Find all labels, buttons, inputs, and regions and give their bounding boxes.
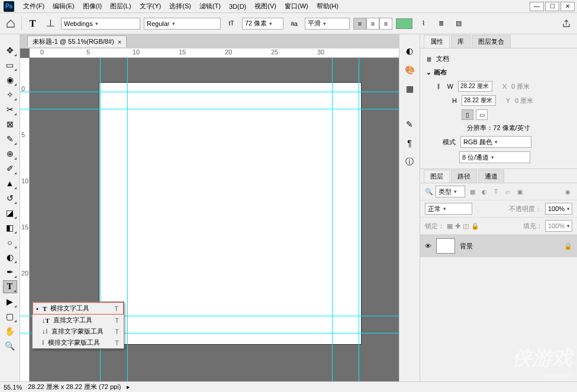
- menu-window[interactable]: 窗口(W): [281, 2, 312, 11]
- crop-tool[interactable]: ✂: [3, 103, 17, 116]
- align-right-button[interactable]: ≡: [379, 18, 392, 30]
- orientation-portrait[interactable]: ▯: [462, 109, 473, 120]
- share-icon[interactable]: [559, 17, 573, 31]
- minimize-button[interactable]: —: [530, 2, 544, 11]
- color-icon[interactable]: 🎨: [404, 64, 415, 76]
- align-center-button[interactable]: ≡: [366, 18, 379, 30]
- tab-libraries[interactable]: 库: [451, 35, 470, 48]
- menu-select[interactable]: 选择(S): [165, 2, 195, 11]
- artboard[interactable]: [99, 83, 361, 344]
- brushes-icon[interactable]: ✎: [404, 118, 415, 130]
- fill-input[interactable]: 100%: [545, 220, 572, 232]
- tab-channels[interactable]: 通道: [478, 170, 504, 183]
- menu-view[interactable]: 视图(V): [250, 2, 281, 11]
- menu-help[interactable]: 帮助(H): [312, 2, 343, 11]
- type-tool-icon[interactable]: T: [25, 17, 40, 31]
- anti-alias-select[interactable]: 平滑: [305, 18, 350, 30]
- document-tab[interactable]: 未标题-1 @ 55.1%(RGB/8#) ×: [27, 35, 127, 47]
- text-color-swatch[interactable]: [396, 18, 412, 29]
- filter-shape-icon[interactable]: ▱: [503, 187, 512, 196]
- font-family-select[interactable]: Webdings: [61, 18, 140, 30]
- orientation-toggle-icon[interactable]: 丄: [43, 17, 57, 31]
- tab-paths[interactable]: 路径: [451, 170, 477, 183]
- swatches-icon[interactable]: ▦: [404, 83, 415, 95]
- shape-tool[interactable]: ▢: [3, 310, 17, 323]
- layer-name[interactable]: 背景: [460, 242, 473, 251]
- filter-toggle-icon[interactable]: ◉: [563, 187, 572, 196]
- flyout-vertical-type[interactable]: ↓T直排文字工具T: [33, 315, 124, 326]
- layer-thumbnail[interactable]: [436, 238, 455, 254]
- menu-image[interactable]: 图像(I): [79, 2, 106, 11]
- menu-filter[interactable]: 滤镜(T): [195, 2, 225, 11]
- search-icon[interactable]: 🔍: [425, 188, 433, 196]
- gradient-tool[interactable]: ◧: [3, 221, 17, 234]
- eyedropper-tool[interactable]: ✎: [3, 132, 17, 145]
- menu-file[interactable]: 文件(F): [19, 2, 49, 11]
- zoom-level[interactable]: 55.1%: [4, 384, 22, 391]
- filter-type-icon[interactable]: T: [491, 187, 501, 196]
- lasso-tool[interactable]: ◉: [3, 73, 17, 86]
- pen-tool[interactable]: ✒: [3, 265, 17, 278]
- stamp-tool[interactable]: ▲: [3, 177, 17, 190]
- home-icon[interactable]: [4, 17, 18, 31]
- char-panel-icon[interactable]: ≣: [434, 17, 448, 31]
- link-icon[interactable]: 𝄃: [438, 83, 439, 90]
- tab-layers[interactable]: 图层: [424, 170, 450, 183]
- flyout-horizontal-type[interactable]: •T横排文字工具T: [33, 302, 124, 315]
- 3d-icon[interactable]: ▧: [452, 17, 466, 31]
- type-tool[interactable]: T: [3, 280, 17, 293]
- menu-edit[interactable]: 编辑(E): [49, 2, 79, 11]
- lock-artboard-icon[interactable]: ◫: [463, 222, 469, 230]
- healing-tool[interactable]: ⊕: [3, 147, 17, 160]
- info-icon[interactable]: ⓘ: [404, 156, 415, 168]
- history-brush-tool[interactable]: ↺: [3, 192, 17, 205]
- layer-item-background[interactable]: 👁 背景 🔒: [420, 235, 577, 257]
- tab-layer-comp[interactable]: 图层复合: [472, 35, 511, 48]
- dodge-tool[interactable]: ◐: [3, 251, 17, 264]
- font-style-select[interactable]: Regular: [144, 18, 221, 30]
- paragraph-icon[interactable]: ¶: [404, 137, 415, 149]
- blur-tool[interactable]: ○: [3, 236, 17, 249]
- zoom-tool[interactable]: 🔍: [3, 339, 17, 352]
- menu-type[interactable]: 文字(Y): [136, 2, 166, 11]
- width-input[interactable]: [458, 81, 492, 92]
- lock-pixels-icon[interactable]: ▦: [447, 222, 453, 230]
- font-size-select[interactable]: 72 像素: [242, 18, 283, 30]
- move-tool[interactable]: ✥: [3, 44, 17, 57]
- frame-tool[interactable]: ⊠: [3, 118, 17, 131]
- tab-properties[interactable]: 属性: [424, 35, 450, 48]
- color-mode-select[interactable]: RGB 颜色: [460, 136, 531, 148]
- close-button[interactable]: ✕: [560, 2, 575, 11]
- bit-depth-select[interactable]: 8 位/通道: [459, 151, 530, 163]
- guide-horizontal[interactable]: [20, 109, 399, 109]
- hand-tool[interactable]: ✋: [3, 325, 17, 338]
- filter-pixel-icon[interactable]: ▦: [468, 187, 477, 196]
- filter-smart-icon[interactable]: ▣: [515, 187, 524, 196]
- flyout-vertical-mask-type[interactable]: ↓⁞直排文字蒙版工具T: [33, 326, 124, 337]
- flyout-horizontal-mask-type[interactable]: ⁞横排文字蒙版工具T: [33, 337, 124, 348]
- guide-horizontal[interactable]: [20, 92, 399, 92]
- filter-adjust-icon[interactable]: ◐: [479, 187, 489, 196]
- menu-layer[interactable]: 图层(L): [106, 2, 135, 11]
- horizontal-ruler[interactable]: 0 5 10 15 20 25 30: [30, 48, 399, 58]
- lock-all-icon[interactable]: 🔒: [471, 222, 479, 230]
- maximize-button[interactable]: ☐: [545, 2, 559, 11]
- adjustments-icon[interactable]: ◐: [404, 45, 415, 57]
- lock-position-icon[interactable]: ✚: [455, 222, 460, 230]
- magic-wand-tool[interactable]: ✧: [3, 88, 17, 101]
- warp-text-icon[interactable]: ⌇: [416, 17, 430, 31]
- height-input[interactable]: [462, 95, 496, 106]
- opacity-input[interactable]: 100%: [545, 203, 572, 215]
- align-left-button[interactable]: ≡: [353, 18, 366, 30]
- orientation-landscape[interactable]: ▭: [476, 109, 488, 120]
- visibility-icon[interactable]: 👁: [425, 242, 431, 250]
- path-select-tool[interactable]: ▶: [3, 295, 17, 308]
- marquee-tool[interactable]: ▭: [3, 59, 17, 72]
- collapse-icon[interactable]: ⌄: [426, 69, 431, 76]
- menu-3d[interactable]: 3D(D): [225, 3, 250, 10]
- doc-dimensions[interactable]: 28.22 厘米 x 28.22 厘米 (72 ppi): [28, 383, 121, 391]
- filter-type-select[interactable]: 类型: [436, 186, 465, 197]
- status-arrow-icon[interactable]: ▸: [127, 383, 130, 391]
- close-tab-icon[interactable]: ×: [118, 38, 121, 46]
- brush-tool[interactable]: ✐: [3, 162, 17, 175]
